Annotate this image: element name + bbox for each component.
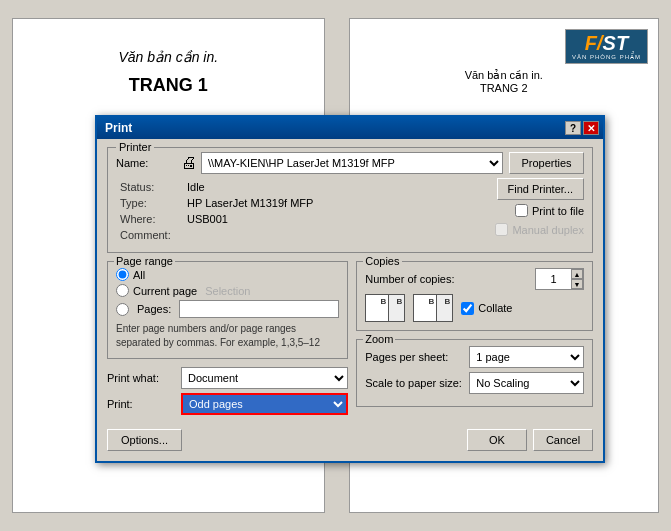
collate-pages-group1: B B [365, 294, 405, 322]
printer-info-table: Status: Idle Type: HP LaserJet M1319f MF… [116, 178, 491, 244]
radio-current[interactable] [116, 284, 129, 297]
comment-value [185, 228, 489, 242]
radio-all-row: All [116, 268, 339, 281]
manual-duplex-label: Manual duplex [512, 224, 584, 236]
manual-duplex-checkbox[interactable] [495, 223, 508, 236]
type-row: Type: HP LaserJet M1319f MFP [118, 196, 489, 210]
radio-all-label: All [133, 269, 145, 281]
comment-row: Comment: [118, 228, 489, 242]
printer-group-label: Printer [116, 141, 154, 153]
copies-input-wrap: ▲ ▼ [535, 268, 584, 290]
printer-right-btns: Find Printer... Print to file Manual dup… [495, 178, 584, 244]
scale-label: Scale to paper size: [365, 377, 465, 389]
status-row: Status: Idle [118, 180, 489, 194]
page-range-hint: Enter page numbers and/or page ranges se… [116, 322, 339, 350]
print-select[interactable]: Odd pages [181, 393, 348, 415]
collate-checkbox[interactable] [461, 302, 474, 315]
selection-label: Selection [205, 285, 250, 297]
radio-current-row: Current page Selection [116, 284, 339, 297]
page1-number: TRANG 1 [129, 75, 208, 96]
bottom-right-buttons: OK Cancel [467, 429, 593, 451]
printer-name-select[interactable]: \\MAY-KIEN\HP LaserJet M1319f MFP [201, 152, 503, 174]
help-button[interactable]: ? [565, 121, 581, 135]
print-what-section: Print what: Document Print: Odd pages [107, 367, 348, 415]
where-label: Where: [118, 212, 183, 226]
status-find-row: Status: Idle Type: HP LaserJet M1319f MF… [116, 178, 584, 244]
print-row: Print: Odd pages [107, 393, 348, 415]
two-col-section: Page range All Current page Selection Pa… [107, 261, 593, 421]
fast-slash: F [585, 32, 597, 54]
ok-button[interactable]: OK [467, 429, 527, 451]
collate-page1: B [365, 294, 389, 322]
titlebar-buttons: ? ✕ [565, 121, 599, 135]
options-button[interactable]: Options... [107, 429, 182, 451]
status-value: Idle [185, 180, 489, 194]
fast-st: ST [603, 32, 629, 54]
zoom-label: Zoom [363, 333, 395, 345]
number-of-copies-label: Number of copies: [365, 273, 529, 285]
print-to-file-checkbox[interactable] [515, 204, 528, 217]
where-row: Where: USB001 [118, 212, 489, 226]
radio-current-label: Current page [133, 285, 197, 297]
collate-icon: B B B B [365, 294, 453, 322]
properties-button[interactable]: Properties [509, 152, 584, 174]
type-label: Type: [118, 196, 183, 210]
scale-select[interactable]: No Scaling [469, 372, 584, 394]
collate-label: Collate [478, 302, 512, 314]
page1-text: Văn bản cần in. [118, 49, 218, 65]
pages-per-sheet-label: Pages per sheet: [365, 351, 465, 363]
printer-group: Printer Name: 🖨 \\MAY-KIEN\HP LaserJet M… [107, 147, 593, 253]
dialog-body: Printer Name: 🖨 \\MAY-KIEN\HP LaserJet M… [97, 139, 603, 461]
pages-per-sheet-row: Pages per sheet: 1 page [365, 346, 584, 368]
printer-name-row: Name: 🖨 \\MAY-KIEN\HP LaserJet M1319f MF… [116, 152, 584, 174]
printer-icon: 🖨 [181, 154, 197, 172]
name-label: Name: [116, 157, 181, 169]
print-what-label: Print what: [107, 372, 175, 384]
radio-pages[interactable] [116, 303, 129, 316]
print-to-file-label: Print to file [532, 205, 584, 217]
fast-logo: F/ST VĂN PHÒNG PHẨM [565, 29, 648, 64]
manual-duplex-row: Manual duplex [495, 223, 584, 236]
copies-row: Number of copies: ▲ ▼ [365, 268, 584, 290]
collate-page3: B [413, 294, 437, 322]
printer-info: Status: Idle Type: HP LaserJet M1319f MF… [116, 178, 491, 244]
comment-label: Comment: [118, 228, 183, 242]
dialog-title: Print [105, 121, 132, 135]
page2-text: Văn bản cần in. [465, 69, 543, 82]
status-label: Status: [118, 180, 183, 194]
copies-label: Copies [363, 255, 401, 267]
page-range-box: Page range All Current page Selection Pa… [107, 261, 348, 359]
print-what-row: Print what: Document [107, 367, 348, 389]
copies-input[interactable] [536, 269, 571, 289]
fast-sub: VĂN PHÒNG PHẨM [572, 53, 641, 60]
copies-box: Copies Number of copies: ▲ ▼ [356, 261, 593, 331]
right-column: Copies Number of copies: ▲ ▼ [356, 261, 593, 421]
left-column: Page range All Current page Selection Pa… [107, 261, 348, 421]
scale-row: Scale to paper size: No Scaling [365, 372, 584, 394]
radio-all[interactable] [116, 268, 129, 281]
print-label: Print: [107, 398, 175, 410]
bottom-row: Options... OK Cancel [107, 429, 593, 451]
collate-pages-group2: B B [413, 294, 453, 322]
collate-row: B B B B [365, 294, 584, 322]
print-dialog: Print ? ✕ Printer Name: 🖨 \\MAY-KIEN\HP … [95, 115, 605, 463]
name-select-row: 🖨 \\MAY-KIEN\HP LaserJet M1319f MFP [181, 152, 503, 174]
copies-spin-down[interactable]: ▼ [571, 279, 583, 289]
zoom-box: Zoom Pages per sheet: 1 page Scale to pa… [356, 339, 593, 407]
print-what-select[interactable]: Document [181, 367, 348, 389]
page-range-label: Page range [114, 255, 175, 267]
page2-number: TRANG 2 [480, 82, 528, 94]
copies-spin-up[interactable]: ▲ [571, 269, 583, 279]
copies-spin: ▲ ▼ [571, 269, 583, 289]
where-value: USB001 [185, 212, 489, 226]
cancel-button[interactable]: Cancel [533, 429, 593, 451]
type-value: HP LaserJet M1319f MFP [185, 196, 489, 210]
close-button[interactable]: ✕ [583, 121, 599, 135]
find-printer-button[interactable]: Find Printer... [497, 178, 584, 200]
dialog-titlebar: Print ? ✕ [97, 117, 603, 139]
radio-pages-row: Pages: [116, 300, 339, 318]
pages-input[interactable] [179, 300, 339, 318]
radio-pages-label: Pages: [137, 303, 171, 315]
print-to-file-row: Print to file [515, 204, 584, 217]
pages-per-sheet-select[interactable]: 1 page [469, 346, 584, 368]
